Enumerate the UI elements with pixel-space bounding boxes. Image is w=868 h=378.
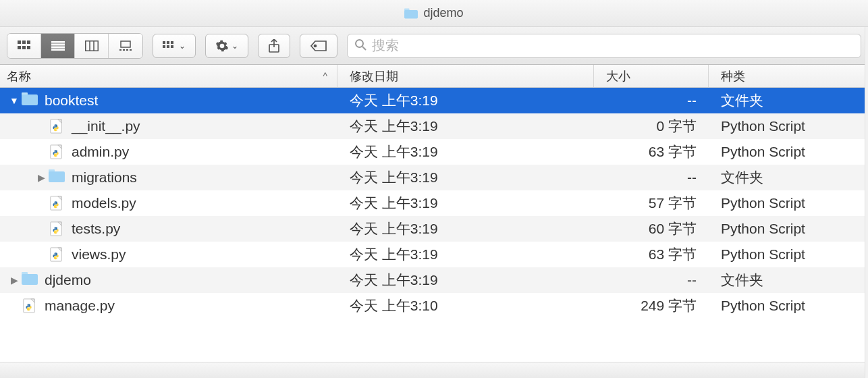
svg-rect-15 [121, 41, 130, 47]
svg-rect-38 [49, 171, 65, 182]
cell-name: ▶djdemo [0, 267, 337, 293]
svg-rect-17 [123, 49, 125, 51]
table-row[interactable]: ▶djdemo今天 上午3:19--文件夹 [0, 267, 868, 293]
svg-rect-7 [27, 46, 30, 49]
file-name: manage.py [45, 298, 115, 314]
cell-size: 63 字节 [594, 142, 709, 161]
cell-size: 57 字节 [594, 194, 709, 213]
svg-rect-25 [171, 45, 173, 48]
cell-name: models.py [0, 190, 337, 216]
tag-button[interactable] [300, 34, 337, 58]
column-header-date[interactable]: 修改日期 [337, 65, 594, 87]
table-row[interactable]: ▶migrations今天 上午3:19--文件夹 [0, 165, 868, 190]
svg-rect-23 [163, 45, 165, 48]
cell-name: tests.py [0, 216, 337, 242]
svg-rect-8 [51, 41, 65, 43]
svg-line-30 [362, 47, 366, 50]
disclosure-triangle-icon [34, 223, 49, 234]
cell-date: 今天 上午3:19 [337, 194, 594, 213]
view-column-button[interactable] [75, 34, 109, 58]
cell-kind: Python Script [709, 246, 868, 263]
cell-name: views.py [0, 242, 337, 267]
python-file-icon [49, 144, 65, 160]
cell-name: ▼booktest [0, 88, 337, 113]
search-input[interactable] [372, 38, 854, 53]
svg-rect-12 [85, 40, 98, 51]
table-row[interactable]: admin.py今天 上午3:1963 字节Python Script [0, 139, 868, 165]
status-bar [0, 362, 868, 378]
action-button[interactable]: ⌄ [205, 34, 248, 58]
cell-kind: Python Script [709, 118, 868, 134]
tag-icon [310, 40, 327, 52]
share-button[interactable] [258, 34, 290, 58]
disclosure-triangle-icon [34, 146, 49, 157]
view-gallery-button[interactable] [109, 34, 142, 58]
table-row[interactable]: __init__.py今天 上午3:190 字节Python Script [0, 113, 868, 139]
svg-rect-16 [119, 49, 121, 51]
svg-rect-20 [163, 41, 165, 44]
folder-icon [49, 169, 65, 186]
scrollbar-track[interactable] [865, 27, 868, 378]
cell-kind: Python Script [709, 221, 868, 237]
cell-size: 63 字节 [594, 245, 709, 264]
cell-size: -- [594, 169, 709, 186]
column-header-size[interactable]: 大小 [594, 65, 709, 87]
svg-rect-10 [51, 47, 65, 48]
svg-rect-32 [22, 94, 38, 105]
table-row[interactable]: models.py今天 上午3:1957 字节Python Script [0, 190, 868, 216]
sort-indicator-icon: ^ [323, 71, 327, 82]
svg-rect-9 [51, 44, 65, 45]
svg-rect-24 [167, 45, 169, 48]
svg-rect-18 [126, 49, 128, 51]
table-row[interactable]: views.py今天 上午3:1963 字节Python Script [0, 242, 868, 267]
cell-date: 今天 上午3:19 [337, 117, 594, 136]
svg-rect-19 [130, 49, 132, 51]
disclosure-triangle-icon[interactable]: ▶ [34, 172, 49, 183]
cell-kind: Python Script [709, 298, 868, 314]
cell-date: 今天 上午3:19 [337, 245, 594, 264]
cell-size: 249 字节 [594, 296, 709, 315]
svg-rect-22 [171, 41, 173, 44]
column-label: 大小 [606, 68, 630, 84]
svg-rect-11 [51, 49, 65, 51]
share-icon [268, 39, 280, 53]
cell-kind: Python Script [709, 195, 868, 211]
cell-kind: 文件夹 [709, 91, 868, 110]
view-icon-button[interactable] [7, 34, 41, 58]
cell-date: 今天 上午3:19 [337, 142, 594, 161]
view-mode-group [7, 33, 143, 59]
arrange-button[interactable]: ⌄ [153, 34, 196, 58]
disclosure-triangle-icon[interactable]: ▶ [7, 275, 22, 286]
folder-icon [22, 92, 38, 109]
svg-point-29 [356, 40, 363, 47]
column-label: 种类 [721, 68, 745, 84]
search-box[interactable] [347, 34, 861, 58]
file-list: ▼booktest今天 上午3:19--文件夹 __init__.py今天 上午… [0, 88, 868, 319]
file-name: booktest [45, 92, 98, 109]
file-name: views.py [72, 246, 126, 263]
view-list-button[interactable] [41, 34, 75, 58]
disclosure-triangle-icon[interactable]: ▼ [7, 95, 22, 106]
disclosure-triangle-icon [34, 249, 49, 260]
file-name: admin.py [72, 144, 129, 160]
svg-rect-1 [404, 10, 418, 19]
table-row[interactable]: manage.py今天 上午3:10249 字节Python Script [0, 293, 868, 319]
column-header-kind[interactable]: 种类 [709, 65, 868, 87]
column-header: 名称 ^ 修改日期 大小 种类 [0, 65, 868, 88]
table-row[interactable]: ▼booktest今天 上午3:19--文件夹 [0, 88, 868, 113]
python-file-icon [49, 221, 65, 237]
cell-size: 60 字节 [594, 219, 709, 238]
column-label: 名称 [7, 68, 31, 84]
file-name: __init__.py [72, 118, 140, 134]
cell-date: 今天 上午3:19 [337, 168, 594, 187]
cell-name: admin.py [0, 139, 337, 165]
gear-icon [215, 39, 229, 53]
folder-icon [404, 8, 418, 19]
toolbar: ⌄ ⌄ [0, 27, 868, 65]
table-row[interactable]: tests.py今天 上午3:1960 字节Python Script [0, 216, 868, 242]
column-header-name[interactable]: 名称 ^ [0, 65, 337, 87]
disclosure-triangle-icon [34, 121, 49, 132]
file-name: djdemo [45, 272, 91, 288]
disclosure-triangle-icon [7, 300, 22, 311]
search-container [347, 34, 861, 58]
